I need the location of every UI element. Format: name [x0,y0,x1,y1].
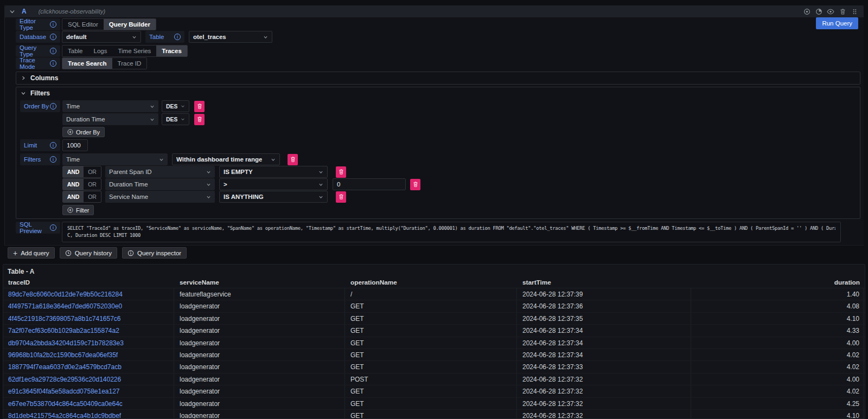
columns-section-header[interactable]: Columns [16,72,860,84]
column-header-traceid[interactable]: traceID [3,278,174,288]
trace-id-link[interactable]: 4f45c21918c73698057a8b1c741657c6 [8,315,121,323]
info-icon[interactable] [50,21,56,28]
query-row-actions [802,7,859,16]
run-query-button[interactable]: Run Query [816,17,858,29]
filter-field-select[interactable]: Time [62,153,168,165]
or-option[interactable]: OR [84,179,101,190]
order-by-direction-value: DESC [166,103,177,109]
add-filter-button[interactable]: Filter [62,205,94,215]
query-row-header[interactable]: A (clickhouse-observability) [5,5,864,17]
filter-field-value: Parent Span ID [109,169,152,175]
info-icon[interactable] [50,34,56,40]
operation-name-cell: GET [345,325,517,336]
order-by-direction-select[interactable]: DESC [162,100,189,112]
trace-id-link[interactable]: e67ee7b53870d4c864ca50409ca0e64c [8,400,123,408]
chevron-down-icon [150,104,155,109]
remove-filter-button[interactable] [336,191,346,203]
service-name-cell: loadgenerator [174,300,345,312]
service-name-cell: loadgenerator [174,398,345,409]
filter-field-select[interactable]: Parent Span ID [105,166,215,178]
filter-field-select[interactable]: Duration Time [105,178,215,190]
indent-spacer [20,191,62,203]
filter-operator-select[interactable]: > [219,178,328,190]
table-row: 7a2f07ecf63c60b1029ab2ac155874a2 loadgen… [3,325,865,337]
filters-section: Filters Order By Time [16,87,860,219]
remove-filter-button[interactable] [410,179,420,190]
column-header-starttime[interactable]: startTime [517,278,691,288]
sql-preview-box[interactable]: SELECT "TraceId" as traceID, "ServiceNam… [62,222,841,242]
trace-search-option[interactable]: Trace Search [62,58,112,69]
remove-order-by-button[interactable] [194,101,205,112]
trace-id-link[interactable]: 96968b10fa2b2c1590bc67dea06ef35f [8,351,118,359]
info-icon[interactable] [50,156,56,163]
or-option[interactable]: OR [84,191,101,202]
sql-editor-option[interactable]: SQL Editor [62,19,104,30]
operation-name-cell: GET [345,361,517,372]
filter-operator-select[interactable]: IS EMPTY [219,166,328,178]
trace-id-option[interactable]: Trace ID [112,58,147,69]
info-icon[interactable] [50,224,56,231]
delete-query-trash-icon[interactable] [838,7,847,16]
order-by-field-select[interactable]: Duration Time [62,113,158,125]
filters-section-header[interactable]: Filters [16,87,860,99]
trace-id-link[interactable]: 8d1deb4215754a2c864ca4b1dc9bdbef [8,412,121,419]
trace-id-link[interactable]: 4f497571a618e364ed7ded60752030e0 [8,302,122,310]
filter-operator-select[interactable]: IS ANYTHING [219,191,328,203]
filter-field-select[interactable]: Service Name [105,191,215,203]
info-icon[interactable] [50,103,56,109]
table-row: e67ee7b53870d4c864ca50409ca0e64c loadgen… [3,398,865,410]
filter-operator-select[interactable]: Within dashboard time range [172,153,280,165]
table-select[interactable]: otel_traces [189,31,272,43]
query-type-table-option[interactable]: Table [62,46,88,56]
add-query-button[interactable]: + Add query [8,247,55,259]
query-builder-option[interactable]: Query Builder [104,19,156,30]
info-icon[interactable] [50,60,56,67]
or-option[interactable]: OR [84,166,101,177]
query-inspector-button[interactable]: Query inspector [122,247,187,259]
and-option[interactable]: AND [63,166,84,177]
plus-icon: + [13,249,17,257]
and-option[interactable]: AND [63,179,84,190]
column-header-operationname[interactable]: operationName [345,278,517,288]
trace-id-link[interactable]: 1887794f7eaa6037d0e2a4579bcd7acb [8,363,122,371]
info-icon[interactable] [174,34,181,40]
query-history-button[interactable]: Query history [60,247,117,259]
start-time-cell: 2024-06-28 12:37:32 [517,385,691,397]
limit-input[interactable]: 1000 [62,139,88,151]
record-circle-icon[interactable] [802,7,812,16]
remove-filter-button[interactable] [336,166,346,178]
datasource-name: (clickhouse-observability) [39,8,106,15]
duration-cell: 4.02 [691,361,864,372]
trace-id-link[interactable]: db9704a2bbda34204d159c71b78283e3 [8,339,124,347]
trace-id-link[interactable]: 7a2f07ecf63c60b1029ab2ac155874a2 [8,327,119,334]
service-name-cell: loadgenerator [174,313,345,324]
column-header-duration[interactable]: duration [691,278,864,288]
drag-handle-icon[interactable] [850,7,859,16]
order-by-direction-select[interactable]: DESC [162,113,189,125]
indent-spacer [20,178,62,190]
info-icon[interactable] [50,48,56,54]
table-row: 1887794f7eaa6037d0e2a4579bcd7acb loadgen… [3,361,865,373]
table-row: e91c3645f04fa5e58adcd0758e1ea127 loadgen… [3,385,865,397]
filter-operator-value: Within dashboard time range [176,156,262,163]
hide-response-eye-icon[interactable] [826,7,835,16]
and-option[interactable]: AND [63,191,84,202]
remove-order-by-button[interactable] [194,114,205,125]
query-type-traces-option[interactable]: Traces [156,46,187,56]
collapse-chevron-icon[interactable] [9,9,15,15]
filter-value-input[interactable]: 0 [333,178,406,190]
service-name-cell: loadgenerator [174,349,345,360]
remove-filter-button[interactable] [288,154,298,165]
query-type-logs-option[interactable]: Logs [88,46,113,56]
table-row: 96968b10fa2b2c1590bc67dea06ef35f loadgen… [3,349,865,361]
add-order-by-button[interactable]: Order By [62,127,105,137]
order-by-field-select[interactable]: Time [62,100,158,112]
column-header-servicename[interactable]: serviceName [174,278,345,288]
query-type-timeseries-option[interactable]: Time Series [112,46,156,56]
duplicate-query-icon[interactable] [814,7,824,16]
database-select[interactable]: default [62,31,141,43]
info-icon[interactable] [50,142,56,149]
trace-id-link[interactable]: e91c3645f04fa5e58adcd0758e1ea127 [8,388,120,395]
trace-id-link[interactable]: 89dc7e8c6060c0d12de7e9b50c216284 [8,291,123,298]
trace-id-link[interactable]: 62df1ec9a29728c9e29536c20d140226 [8,376,121,383]
